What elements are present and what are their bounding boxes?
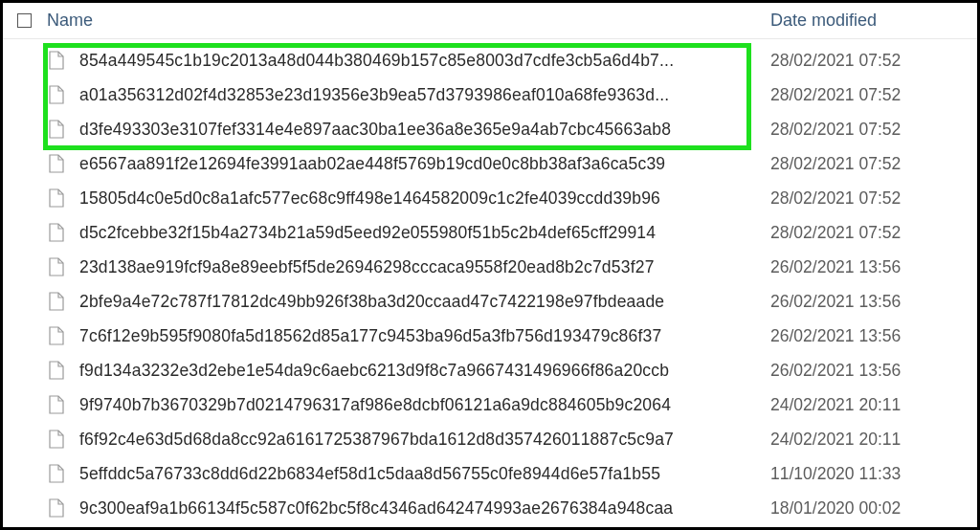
file-name: 5effddc5a76733c8dd6d22b6834ef58d1c5daa8d…: [72, 464, 765, 484]
file-row[interactable]: d3fe493303e3107fef3314e4e897aac30ba1ee36…: [3, 112, 977, 146]
file-date-modified: 28/02/2021 07:52: [765, 154, 977, 174]
file-icon: [49, 395, 64, 414]
file-icon: [49, 85, 64, 104]
file-name: e6567aa891f2e12694fe3991aab02ae448f5769b…: [72, 154, 765, 174]
file-icon: [49, 326, 64, 345]
file-name: d5c2fcebbe32f15b4a2734b21a59d5eed92e0559…: [72, 223, 765, 243]
select-all-checkbox-cell[interactable]: [11, 13, 37, 28]
file-type-icon-cell: [37, 326, 72, 345]
file-type-icon-cell: [37, 395, 72, 414]
file-date-modified: 28/02/2021 07:52: [765, 85, 977, 105]
file-name: 7c6f12e9b595f9080fa5d18562d85a177c9453ba…: [72, 326, 765, 346]
file-date-modified: 18/01/2020 00:02: [765, 498, 977, 519]
file-date-modified: 28/02/2021 07:52: [765, 188, 977, 209]
file-icon: [49, 120, 64, 139]
file-row[interactable]: e6567aa891f2e12694fe3991aab02ae448f5769b…: [3, 146, 977, 181]
file-row[interactable]: 9f9740b7b3670329b7d0214796317af986e8dcbf…: [3, 387, 977, 422]
file-date-modified: 24/02/2021 20:11: [765, 430, 977, 450]
file-type-icon-cell: [37, 292, 72, 311]
file-type-icon-cell: [37, 154, 72, 173]
file-icon: [49, 464, 64, 483]
file-date-modified: 11/10/2020 11:33: [765, 464, 977, 484]
file-icon: [49, 292, 64, 311]
checkbox-icon: [17, 13, 32, 28]
file-type-icon-cell: [37, 257, 72, 276]
file-type-icon-cell: [37, 430, 72, 449]
file-row[interactable]: 854a449545c1b19c2013a48d044b380469b157c8…: [3, 43, 977, 77]
file-date-modified: 26/02/2021 13:56: [765, 257, 977, 277]
file-name: f6f92c4e63d5d68da8cc92a6161725387967bda1…: [72, 430, 765, 450]
file-row[interactable]: 5effddc5a76733c8dd6d22b6834ef58d1c5daa8d…: [3, 456, 977, 491]
file-type-icon-cell: [37, 188, 72, 208]
file-row[interactable]: 2bfe9a4e72c787f17812dc49bb926f38ba3d20cc…: [3, 284, 977, 319]
file-row[interactable]: 7c6f12e9b595f9080fa5d18562d85a177c9453ba…: [3, 319, 977, 353]
file-type-icon-cell: [37, 120, 72, 139]
file-type-icon-cell: [37, 464, 72, 483]
file-date-modified: 28/02/2021 07:52: [765, 120, 977, 140]
file-icon: [49, 361, 64, 380]
file-row[interactable]: a01a356312d02f4d32853e23d19356e3b9ea57d3…: [3, 77, 977, 112]
file-name: 15805d4c0e5d0c8a1afc577ec68c9ff498e14645…: [72, 188, 765, 209]
file-icon: [49, 430, 64, 449]
file-icon: [49, 223, 64, 242]
file-name: d3fe493303e3107fef3314e4e897aac30ba1ee36…: [72, 120, 765, 140]
file-row[interactable]: 23d138ae919fcf9a8e89eebf5f5de26946298ccc…: [3, 250, 977, 284]
file-type-icon-cell: [37, 85, 72, 104]
file-row[interactable]: 15805d4c0e5d0c8a1afc577ec68c9ff498e14645…: [3, 181, 977, 215]
file-date-modified: 28/02/2021 07:52: [765, 51, 977, 71]
file-name: 2bfe9a4e72c787f17812dc49bb926f38ba3d20cc…: [72, 292, 765, 312]
column-header-row: Name Date modified: [3, 3, 977, 39]
file-name: f9d134a3232e3d2ebe1e54da9c6aebc6213d9f8c…: [72, 361, 765, 381]
file-date-modified: 28/02/2021 07:52: [765, 223, 977, 243]
file-name: 9c300eaf9a1b66134f5c587c0f62bc5f8c4346ad…: [72, 498, 765, 519]
file-icon: [49, 188, 64, 208]
file-type-icon-cell: [37, 51, 72, 70]
file-row[interactable]: f6f92c4e63d5d68da8cc92a6161725387967bda1…: [3, 422, 977, 456]
file-type-icon-cell: [37, 361, 72, 380]
file-list: 854a449545c1b19c2013a48d044b380469b157c8…: [3, 39, 977, 525]
file-type-icon-cell: [37, 498, 72, 518]
file-icon: [49, 257, 64, 276]
file-date-modified: 24/02/2021 20:11: [765, 395, 977, 415]
file-date-modified: 26/02/2021 13:56: [765, 326, 977, 346]
file-name: 23d138ae919fcf9a8e89eebf5f5de26946298ccc…: [72, 257, 765, 277]
file-icon: [49, 498, 64, 518]
column-header-name[interactable]: Name: [37, 11, 765, 31]
file-row[interactable]: 9c300eaf9a1b66134f5c587c0f62bc5f8c4346ad…: [3, 491, 977, 525]
file-icon: [49, 154, 64, 173]
file-type-icon-cell: [37, 223, 72, 242]
file-icon: [49, 51, 64, 70]
file-name: a01a356312d02f4d32853e23d19356e3b9ea57d3…: [72, 85, 765, 105]
file-date-modified: 26/02/2021 13:56: [765, 292, 977, 312]
file-row[interactable]: d5c2fcebbe32f15b4a2734b21a59d5eed92e0559…: [3, 215, 977, 250]
file-name: 854a449545c1b19c2013a48d044b380469b157c8…: [72, 51, 765, 71]
file-name: 9f9740b7b3670329b7d0214796317af986e8dcbf…: [72, 395, 765, 415]
column-header-date[interactable]: Date modified: [765, 11, 977, 31]
file-date-modified: 26/02/2021 13:56: [765, 361, 977, 381]
file-row[interactable]: f9d134a3232e3d2ebe1e54da9c6aebc6213d9f8c…: [3, 353, 977, 387]
